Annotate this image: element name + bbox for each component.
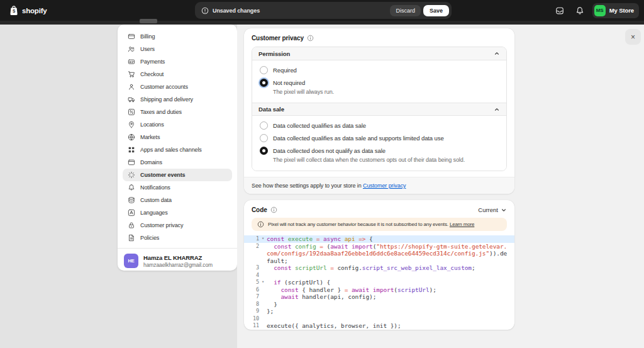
sidebar-item-payments[interactable]: Payments	[123, 55, 232, 68]
unsaved-changes-bar: Unsaved changes Discard Save	[195, 2, 452, 19]
sidebar-user-section[interactable]: HE Hamza EL KHARRAZ hamzaaelkharraz@gmai…	[118, 248, 237, 271]
fold-gutter	[259, 286, 267, 294]
line-number[interactable]: 5	[244, 279, 259, 286]
sidebar-item-label: Markets	[140, 134, 160, 140]
line-number[interactable]: 7	[244, 293, 259, 301]
line-number[interactable]: 10	[244, 315, 259, 323]
line-number[interactable]: 11	[244, 322, 259, 330]
settings-sidebar: BillingUsersPaymentsCheckoutCustomer acc…	[118, 25, 237, 271]
settings-nav: BillingUsersPaymentsCheckoutCustomer acc…	[118, 25, 237, 244]
radio-input[interactable]	[260, 134, 268, 142]
code-text: if (scriptUrl) {	[267, 279, 514, 286]
sidebar-item-notifications[interactable]: Notifications	[123, 181, 232, 194]
line-number[interactable]: 6	[244, 286, 259, 294]
sidebar-item-label: Apps and sales channels	[140, 147, 202, 153]
code-text: const scriptUrl = config.script_src_web_…	[267, 264, 514, 272]
user-info: Hamza EL KHARRAZ hamzaaelkharraz@gmail.c…	[143, 254, 213, 268]
radio-option-required[interactable]: Required	[260, 66, 499, 74]
save-button[interactable]: Save	[423, 5, 449, 16]
fold-gutter	[259, 272, 267, 279]
top-bar-right: MS My Store	[552, 0, 639, 21]
sidebar-item-apps-and-sales-channels[interactable]: Apps and sales channels	[123, 143, 232, 156]
close-button[interactable]: ×	[625, 29, 641, 45]
radio-input[interactable]	[260, 147, 268, 155]
sidebar-item-label: Shipping and delivery	[140, 96, 193, 103]
radio-input[interactable]	[260, 66, 268, 74]
code-line: 4	[244, 272, 514, 279]
sidebar-item-checkout[interactable]: Checkout	[123, 68, 232, 81]
code-editor[interactable]: 1▾const execute = async api => {2 const …	[244, 235, 514, 330]
code-line: 1▾const execute = async api => {	[244, 235, 514, 243]
permission-options: RequiredNot requiredThe pixel will alway…	[252, 60, 506, 103]
locations-icon	[127, 121, 135, 129]
fold-arrow-icon[interactable]: ▾	[259, 235, 267, 243]
sidebar-item-languages[interactable]: Languages	[123, 206, 232, 219]
sidebar-item-label: Domains	[140, 159, 162, 166]
radio-input[interactable]	[260, 121, 268, 130]
sidebar-item-domains[interactable]: Domains	[123, 156, 232, 169]
alert-circle-icon	[201, 7, 209, 14]
data-sale-options: Data collected qualifies as data saleDat…	[252, 116, 506, 171]
line-number[interactable]: 8	[244, 301, 259, 308]
privacy-settings-group: Permission RequiredNot requiredThe pixel…	[252, 47, 507, 171]
code-line: 10	[244, 315, 514, 323]
radio-option-data-collected-does-not-qualify-as-data-sale[interactable]: Data collected does not qualify as data …	[260, 147, 499, 155]
fold-arrow-icon[interactable]: ▾	[259, 279, 267, 286]
data-sale-section-title: Data sale	[258, 106, 284, 113]
permission-section-title: Permission	[258, 50, 290, 57]
sidebar-item-locations[interactable]: Locations	[123, 118, 232, 131]
line-number[interactable]: 3	[244, 264, 259, 272]
sidebar-item-custom-data[interactable]: Custom data	[123, 194, 232, 206]
sidebar-item-markets[interactable]: Markets	[123, 131, 232, 143]
info-icon[interactable]	[307, 35, 314, 42]
code-text: await handler(api, config);	[267, 293, 514, 301]
store-menu-button[interactable]: MS My Store	[592, 3, 639, 18]
sidebar-item-policies[interactable]: Policies	[123, 232, 232, 244]
sidebar-item-shipping-and-delivery[interactable]: Shipping and delivery	[123, 93, 232, 106]
radio-option-data-collected-qualifies-as-data-sale[interactable]: Data collected qualifies as data sale	[260, 121, 499, 130]
fold-gutter	[259, 301, 267, 308]
sidebar-item-label: Locations	[140, 121, 164, 128]
code-line: 7 await handler(api, config);	[244, 293, 514, 301]
code-line: 9};	[244, 308, 514, 315]
domains-icon	[127, 159, 135, 167]
line-number[interactable]: 1	[244, 235, 259, 243]
customer-privacy-link[interactable]: Customer privacy	[363, 182, 406, 189]
checkout-icon	[127, 70, 135, 79]
shopify-logo[interactable]: S shopify	[0, 5, 47, 16]
sidebar-item-customer-events[interactable]: Customer events	[123, 169, 232, 181]
customer-events-icon	[127, 171, 135, 179]
line-number[interactable]: 2	[244, 243, 259, 265]
sidebar-item-label: Users	[140, 46, 155, 52]
store-name: My Store	[609, 7, 634, 14]
customer-privacy-card: Customer privacy Permission RequiredNot …	[244, 28, 514, 194]
sidebar-item-billing[interactable]: Billing	[123, 30, 232, 43]
line-number[interactable]: 9	[244, 308, 259, 315]
radio-helper-text: The pixel will collect data when the cus…	[273, 157, 499, 163]
line-number[interactable]: 4	[244, 272, 259, 279]
code-line: 11execute({ analytics, browser, init });	[244, 322, 514, 330]
radio-option-not-required[interactable]: Not required	[260, 79, 499, 87]
learn-more-link[interactable]: Learn more	[450, 222, 474, 227]
user-name: Hamza EL KHARRAZ	[143, 254, 213, 261]
fold-gutter	[259, 322, 267, 330]
version-dropdown[interactable]: Current	[478, 206, 507, 213]
sidebar-item-users[interactable]: Users	[123, 43, 232, 55]
sidebar-item-customer-privacy[interactable]: Customer privacy	[123, 219, 232, 232]
sidebar-item-taxes-and-duties[interactable]: Taxes and duties	[123, 106, 232, 118]
info-icon[interactable]	[270, 206, 277, 213]
radio-option-data-collected-qualifies-as-data-sale-and-supports-limited-data-use[interactable]: Data collected qualifies as data sale an…	[260, 134, 499, 142]
code-line: 5▾ if (scriptUrl) {	[244, 279, 514, 286]
discard-button[interactable]: Discard	[390, 5, 421, 16]
sidebar-item-customer-accounts[interactable]: Customer accounts	[123, 81, 232, 93]
permission-section-header[interactable]: Permission	[252, 47, 506, 60]
radio-input[interactable]	[260, 79, 268, 87]
banner-text: Pixel will not track any customer behavi…	[268, 222, 474, 227]
notifications-button[interactable]	[572, 3, 587, 18]
payments-icon	[127, 58, 135, 66]
policies-icon	[127, 234, 135, 242]
inbox-button[interactable]	[552, 3, 567, 18]
data-sale-section-header[interactable]: Data sale	[252, 103, 506, 116]
sidebar-item-label: Taxes and duties	[140, 109, 182, 115]
code-line: 8 }	[244, 301, 514, 308]
